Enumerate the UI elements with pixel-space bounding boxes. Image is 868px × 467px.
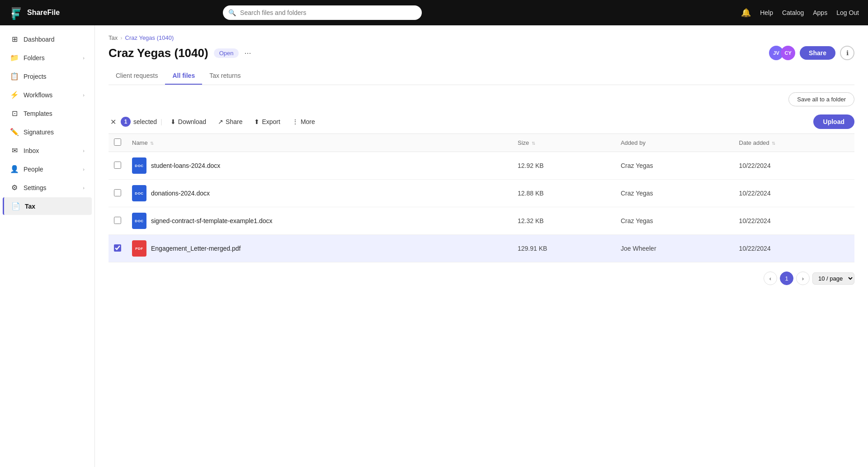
column-header-added-by: Added by [615,134,734,152]
sidebar-item-folders[interactable]: 📁 Folders › [3,49,92,67]
selected-count: 1 selected [121,117,157,127]
row-date-cell: 10/22/2024 [734,207,854,235]
breadcrumb-parent[interactable]: Tax [108,34,118,41]
tab-tax-returns[interactable]: Tax returns [202,67,248,85]
sidebar-item-inbox[interactable]: ✉ Inbox › [3,142,92,159]
dashboard-icon: ⊞ [10,35,19,43]
file-type-badge: PDF [132,240,146,257]
row-size-cell: 12.32 KB [512,207,615,235]
chevron-right-icon: › [83,92,85,98]
sidebar-item-signatures[interactable]: ✏️ Signatures [3,123,92,141]
next-page-button[interactable]: › [796,272,810,285]
app-root: ✦ ShareFile 🔍 🔔 Help Catalog Apps Log Ou… [0,0,868,467]
sort-icon-date: ⇅ [772,141,775,146]
table-row: DOC signed-contract-sf-template-example1… [108,207,854,235]
column-header-name[interactable]: Name ⇅ [127,134,512,152]
file-type-badge: DOC [132,157,146,174]
sidebar-label-signatures: Signatures [24,129,54,136]
row-checkbox[interactable] [114,217,121,224]
row-added-by-cell: Craz Yegas [615,207,734,235]
sidebar-item-people[interactable]: 👤 People › [3,160,92,178]
select-all-checkbox[interactable] [114,138,121,146]
row-checkbox-cell [108,235,127,262]
column-header-date[interactable]: Date added ⇅ [734,134,854,152]
bell-icon[interactable]: 🔔 [741,8,751,18]
file-name[interactable]: student-loans-2024.docx [151,162,220,169]
search-input[interactable] [223,5,422,20]
save-all-button[interactable]: Save all to a folder [788,92,854,106]
per-page-select[interactable]: 10 / page 20 / page 50 / page [812,272,854,285]
avatar-group: JV CY [769,46,795,60]
svg-text:✦: ✦ [11,11,15,16]
sidebar: ⊞ Dashboard 📁 Folders › 📋 Projects ⚡ Wor… [0,25,95,467]
tab-all-files[interactable]: All files [165,67,202,85]
breadcrumb-sep: › [120,34,122,41]
page-1-button[interactable]: 1 [780,272,793,285]
topbar-logout[interactable]: Log Out [836,9,859,16]
row-checkbox[interactable] [114,189,121,196]
topbar-catalog[interactable]: Catalog [782,9,804,16]
people-icon: 👤 [10,165,19,173]
sidebar-item-settings[interactable]: ⚙ Settings › [3,179,92,196]
workflows-icon: ⚡ [10,91,19,99]
topbar-actions: 🔔 Help Catalog Apps Log Out [741,8,859,18]
chevron-right-icon: › [83,167,85,172]
logo[interactable]: ✦ ShareFile [9,5,60,20]
file-type-badge: DOC [132,213,146,229]
share-icon: ↗ [218,118,223,125]
row-checkbox[interactable] [114,162,121,169]
export-button[interactable]: ⬆ Export [250,115,284,128]
topbar-apps[interactable]: Apps [813,9,827,16]
share-toolbar-button[interactable]: ↗ Share [213,115,247,128]
breadcrumb-current: Craz Yegas (1040) [125,34,174,41]
open-badge: Open [214,48,239,58]
sidebar-item-templates[interactable]: ⊡ Templates [3,105,92,122]
download-icon: ⬇ [170,118,176,125]
upload-button[interactable]: Upload [813,114,854,129]
page-title: Craz Yegas (1040) [108,46,208,60]
sidebar-item-projects[interactable]: 📋 Projects [3,67,92,85]
more-dots-icon: ⋮ [292,118,298,125]
select-all-header [108,134,127,152]
tab-client-requests[interactable]: Client requests [108,67,165,85]
folders-icon: 📁 [10,53,19,62]
prev-page-button[interactable]: ‹ [764,272,777,285]
close-selection-button[interactable]: ✕ [108,116,118,128]
row-date-cell: 10/22/2024 [734,152,854,180]
row-checkbox-cell [108,207,127,235]
info-button[interactable]: ℹ [840,46,854,60]
file-name[interactable]: signed-contract-sf-template-example1.doc… [151,217,272,224]
settings-icon: ⚙ [10,183,19,192]
sidebar-label-templates: Templates [24,110,52,117]
avatar-cy: CY [781,46,795,60]
topbar-help[interactable]: Help [760,9,773,16]
search-bar: 🔍 [223,5,422,20]
more-options-button[interactable]: ··· [244,48,251,58]
row-name-cell: DOC student-loans-2024.docx [127,152,512,180]
projects-icon: 📋 [10,72,19,81]
sort-icon-size: ⇅ [532,141,535,146]
page-header: Craz Yegas (1040) Open ··· JV CY Share ℹ [108,46,854,60]
download-button[interactable]: ⬇ Download [166,115,211,128]
selected-label: selected [133,118,157,125]
row-name-cell: PDF Engagement_Letter-merged.pdf [127,235,512,262]
download-label: Download [178,118,206,125]
file-table: Name ⇅ Size ⇅ Added by Date added ⇅ [108,134,854,262]
more-button[interactable]: ⋮ More [288,115,320,128]
logo-text: ShareFile [27,9,60,17]
sidebar-label-dashboard: Dashboard [24,36,55,43]
share-button[interactable]: Share [800,46,835,60]
row-checkbox[interactable] [114,244,121,252]
file-name[interactable]: Engagement_Letter-merged.pdf [151,245,241,252]
sidebar-item-dashboard[interactable]: ⊞ Dashboard [3,30,92,48]
row-name-cell: DOC signed-contract-sf-template-example1… [127,207,512,235]
file-name[interactable]: donations-2024.docx [151,190,210,197]
sidebar-item-workflows[interactable]: ⚡ Workflows › [3,86,92,104]
toolbar: ✕ 1 selected | ⬇ Download ↗ Share ⬆ Expo… [108,110,854,134]
column-header-size[interactable]: Size ⇅ [512,134,615,152]
export-icon: ⬆ [254,118,259,125]
chevron-right-icon: › [83,185,85,191]
sidebar-item-tax[interactable]: 📄 Tax [3,197,92,215]
table-row: DOC donations-2024.docx 12.88 KB Craz Ye… [108,180,854,207]
save-all-wrap: Save all to a folder [108,92,854,106]
